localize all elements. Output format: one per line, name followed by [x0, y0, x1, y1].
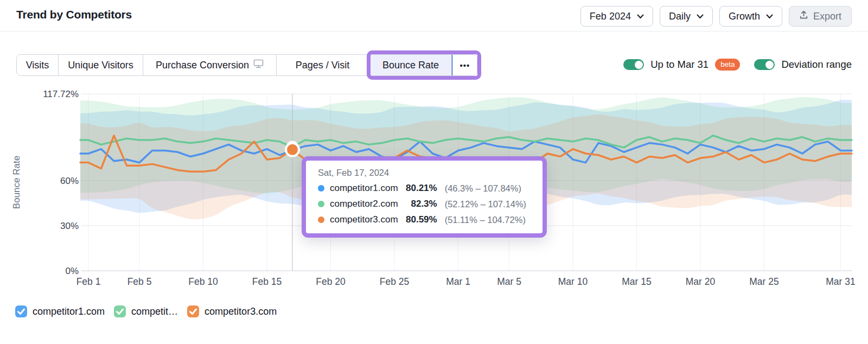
tooltip-series-value: 80.59% [404, 214, 437, 225]
tab-unique-visitors[interactable]: Unique Visitors [58, 55, 143, 75]
metric-tabs: Visits Unique Visitors Purchase Conversi… [16, 54, 477, 76]
x-tick-label: Mar 10 [558, 276, 588, 287]
up-to-label: Up to Mar 31 [650, 59, 709, 71]
granularity-dropdown[interactable]: Daily [660, 6, 713, 27]
deviation-range-label: Deviation range [781, 59, 852, 71]
tooltip-rows: competitor1.com 80.21% (46.3% – 107.84%)… [318, 183, 533, 225]
tooltip-series-value: 80.21% [404, 183, 437, 194]
legend-item-competitor3[interactable]: competitor3.com [187, 305, 277, 317]
x-tick-label: Feb 10 [188, 276, 218, 287]
y-tick-label: 117.72% [43, 89, 79, 99]
tooltip-series-value: 82.3% [404, 199, 437, 209]
date-filter-value: Feb 2024 [590, 11, 631, 22]
chart-legend: competitor1.com competit… competitor3.co… [15, 305, 277, 317]
x-tick-label: Mar 25 [749, 276, 778, 287]
tooltip-series-name: competitor2.com [330, 199, 398, 209]
up-to-toggle-group: Up to Mar 31 beta [623, 59, 740, 71]
checkbox-checked-icon[interactable] [15, 305, 27, 317]
header-controls: Feb 2024 Daily Growth Export [580, 6, 852, 27]
x-tick-label: Mar 15 [622, 276, 651, 287]
export-icon [799, 10, 808, 22]
tab-label: Bounce Rate [382, 60, 439, 71]
trend-by-competitors-panel: Trend by Competitors Feb 2024 Daily Grow… [0, 0, 868, 344]
series-dot [318, 216, 324, 223]
tab-label: Visits [26, 60, 49, 71]
export-button[interactable]: Export [789, 6, 852, 27]
x-tick-label: Feb 15 [252, 276, 282, 287]
mode-dropdown[interactable]: Growth [719, 6, 782, 27]
x-tick-label: Mar 20 [686, 276, 716, 287]
chevron-down-icon [697, 14, 704, 19]
beta-badge: beta [715, 59, 740, 71]
legend-item-competitor1[interactable]: competitor1.com [15, 305, 105, 317]
y-tick-label: 60% [60, 176, 79, 186]
chart-toggles: Up to Mar 31 beta Deviation range [623, 59, 852, 71]
series-dot [318, 201, 324, 207]
mode-value: Growth [729, 11, 760, 22]
chevron-down-icon [766, 14, 773, 19]
up-to-toggle[interactable] [623, 59, 644, 70]
x-tick-label: Feb 1 [76, 276, 101, 287]
checkbox-checked-icon[interactable] [114, 305, 126, 317]
tooltip-date: Sat, Feb 17, 2024 [318, 168, 533, 178]
granularity-value: Daily [669, 11, 691, 22]
legend-label: competitor1.com [33, 306, 105, 317]
deviation-range-toggle[interactable] [754, 59, 775, 70]
tab-bounce-rate[interactable]: Bounce Rate [368, 55, 452, 75]
x-tick-label: Mar 1 [446, 276, 470, 287]
y-axis-title: Bounce Rate [11, 156, 22, 209]
tab-visits[interactable]: Visits [17, 55, 58, 75]
tooltip-series-range: (46.3% – 107.84%) [443, 183, 526, 194]
tab-more-button[interactable]: ••• [452, 55, 477, 75]
tooltip-series-name: competitor1.com [330, 183, 398, 194]
date-filter-dropdown[interactable]: Feb 2024 [580, 6, 653, 27]
legend-item-competitor2[interactable]: competit… [114, 305, 178, 317]
series-dot [318, 185, 324, 192]
deviation-toggle-group: Deviation range [754, 59, 852, 71]
tab-label: Unique Visitors [68, 60, 133, 71]
chevron-down-icon [637, 14, 644, 19]
tab-pages-per-visit[interactable]: Pages / Visit [276, 55, 368, 75]
checkbox-checked-icon[interactable] [187, 305, 199, 317]
tooltip-series-range: (52.12% – 107.14%) [443, 199, 526, 209]
x-tick-label: Mar 5 [497, 276, 521, 287]
x-tick-label: Feb 25 [380, 276, 409, 287]
desktop-icon [253, 59, 264, 71]
tab-label: Pages / Visit [296, 60, 350, 71]
legend-label: competitor3.com [205, 306, 277, 317]
tooltip-series-name: competitor3.com [330, 214, 398, 225]
chart-tooltip: Sat, Feb 17, 2024 competitor1.com 80.21%… [302, 156, 547, 238]
x-tick-label: Mar 31 [826, 276, 855, 287]
x-tick-label: Feb 5 [127, 276, 152, 287]
tooltip-series-range: (51.11% – 104.72%) [443, 215, 526, 225]
y-tick-label: 30% [60, 221, 79, 231]
tab-label: Purchase Conversion [156, 60, 249, 71]
legend-label: competit… [131, 306, 178, 317]
y-tick-label: 0% [65, 266, 79, 276]
tab-purchase-conversion[interactable]: Purchase Conversion [143, 55, 276, 75]
highlighted-point [287, 144, 298, 155]
x-tick-label: Feb 20 [316, 276, 346, 287]
export-label: Export [813, 11, 841, 22]
